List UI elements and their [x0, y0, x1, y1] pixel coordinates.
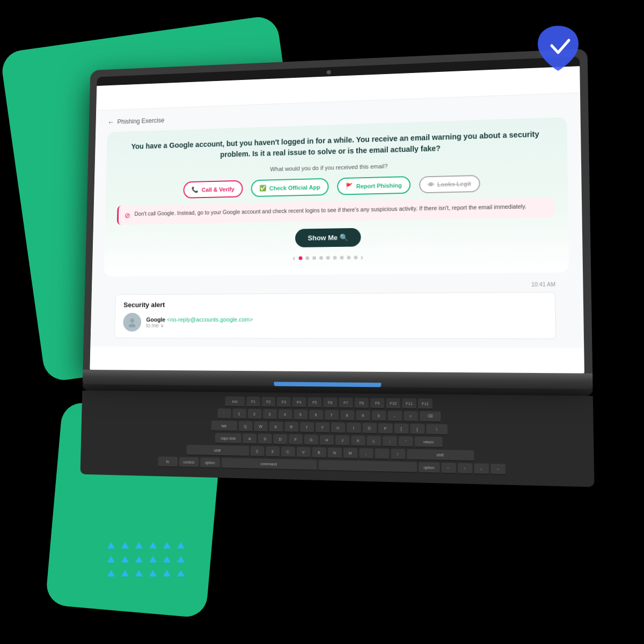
key-p: P [378, 423, 392, 435]
svg-point-1 [129, 324, 136, 327]
key-y: Y [315, 422, 329, 434]
key-s: S [258, 434, 272, 445]
key-i: I [347, 423, 361, 434]
back-arrow-icon: ← [107, 118, 114, 126]
key-q: Q [238, 421, 252, 432]
key-l: L [367, 436, 382, 447]
keyboard-area: esc F1 F2 F3 F4 F5 F6 F7 F8 F9 F10 F11 F… [80, 391, 594, 487]
svg-point-0 [130, 319, 135, 323]
phone-icon: 📞 [192, 186, 199, 193]
key-u: U [331, 422, 345, 434]
email-section: Security alert [114, 292, 556, 339]
key-m: M [343, 448, 357, 459]
key-z: Z [250, 446, 264, 457]
key-c: C [281, 447, 295, 458]
key-n: N [327, 448, 341, 459]
key-0: 0 [371, 411, 386, 422]
key-f7: F7 [339, 398, 353, 409]
next-page-arrow[interactable]: › [361, 253, 363, 261]
key-down: ↓ [474, 463, 489, 475]
key-f8: F8 [354, 398, 368, 409]
key-1: 1 [232, 408, 246, 419]
key-up: ↑ [457, 463, 472, 475]
key-rbracket: ] [410, 424, 425, 435]
sender-email: <no-reply@accounts.google.com> [167, 316, 253, 323]
option-call-verify[interactable]: 📞 Call & Verify [184, 180, 243, 199]
option-report-phishing[interactable]: 🚩 Report Phishing [337, 176, 411, 195]
show-me-button[interactable]: Show Me 🔍 [295, 228, 361, 247]
show-me-label: Show Me [308, 233, 338, 242]
warning-icon: ⊘ [125, 211, 130, 219]
key-esc: esc [225, 396, 245, 407]
option-looks-legit[interactable]: 👁 Looks Legit [419, 174, 480, 193]
key-d: D [273, 434, 287, 445]
page-dot-1[interactable] [298, 256, 302, 260]
option-call-label: Call & Verify [202, 186, 235, 193]
report-icon: 🚩 [346, 182, 353, 189]
page-dot-6[interactable] [333, 255, 336, 259]
page-dot-9[interactable] [354, 255, 357, 259]
page-dot-7[interactable] [340, 255, 343, 259]
looks-icon: 👁 [428, 181, 434, 187]
key-w: W [254, 421, 268, 432]
option-check-app[interactable]: ✅ Check Official App [251, 178, 328, 197]
sender-name-line: Google <no-reply@accounts.google.com> [146, 316, 253, 323]
email-sender-row: Google <no-reply@accounts.google.com> to… [123, 312, 546, 332]
key-f11: F11 [402, 398, 416, 409]
key-f1: F1 [246, 397, 260, 407]
page-dot-5[interactable] [326, 255, 330, 259]
key-e: E [269, 421, 283, 433]
key-enter: return [415, 436, 443, 448]
options-row: 📞 Call & Verify ✅ Check Official App 🚩 [118, 173, 554, 200]
prev-page-arrow[interactable]: ‹ [293, 254, 296, 262]
key-rshift: shift [407, 449, 474, 462]
question-title: You have a Google account, but you haven… [118, 128, 553, 163]
key-k: K [351, 435, 365, 447]
laptop-screen-outer: ← Phishing Exercise You have a Google ac… [83, 49, 592, 374]
search-icon: 🔍 [340, 233, 348, 241]
page-dot-3[interactable] [312, 256, 316, 260]
screen-content: ← Phishing Exercise You have a Google ac… [90, 66, 584, 373]
key-h: H [320, 435, 334, 446]
key-left: ← [441, 463, 456, 474]
key-option: option [200, 457, 220, 469]
key-tab: tab [211, 421, 237, 432]
key-lshift: shift [186, 445, 249, 457]
email-title: Security alert [123, 299, 546, 309]
page-dot-2[interactable] [305, 256, 309, 260]
feedback-box: ⊘ Don't call Google. Instead, go to your… [117, 197, 555, 225]
camera-dot [327, 70, 331, 75]
logo-badge [531, 21, 585, 77]
key-semicolon: ; [383, 436, 397, 447]
page-dot-4[interactable] [319, 256, 323, 260]
option-report-label: Report Phishing [356, 182, 402, 189]
email-to: to me ∨ [146, 323, 253, 328]
pagination: ‹ › [116, 251, 555, 268]
key-x: X [266, 447, 280, 458]
key-t: T [299, 422, 313, 433]
key-f2: F2 [261, 397, 275, 407]
email-sender-info: Google <no-reply@accounts.google.com> to… [146, 316, 253, 328]
feedback-text: Don't call Google. Instead, go to your G… [134, 203, 526, 217]
key-space: command [221, 458, 317, 471]
question-card: You have a Google account, but you haven… [104, 117, 569, 276]
key-r: R [284, 422, 298, 433]
key-f3: F3 [277, 397, 291, 407]
page-dot-8[interactable] [347, 255, 350, 259]
key-b: B [312, 447, 326, 458]
laptop: ← Phishing Exercise You have a Google ac… [50, 47, 630, 620]
key-capslock: caps lock [215, 433, 241, 444]
key-ctrl: control [179, 457, 199, 468]
key-backslash: \ [426, 424, 448, 435]
key-f: F [289, 434, 303, 445]
key-roption: option [419, 462, 440, 474]
key-space2 [318, 460, 416, 473]
key-slash: / [391, 449, 405, 460]
key-minus: - [387, 411, 402, 422]
key-equals: = [404, 411, 418, 422]
screen-ui: ← Phishing Exercise You have a Google ac… [90, 66, 584, 348]
key-f10: F10 [386, 398, 400, 409]
laptop-screen-bezel: ← Phishing Exercise You have a Google ac… [90, 56, 584, 373]
key-comma: , [359, 448, 374, 459]
option-looks-label: Looks Legit [437, 180, 471, 187]
